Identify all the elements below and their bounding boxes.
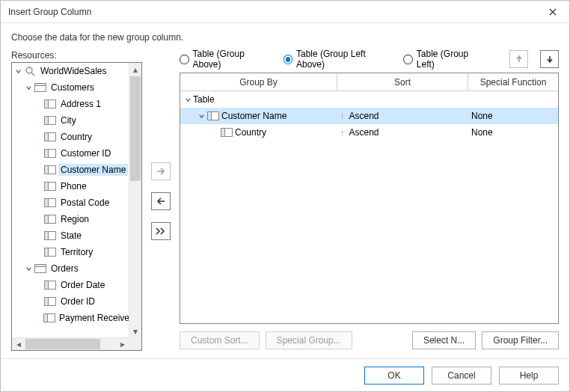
svg-line-1 <box>31 73 34 76</box>
field-icon <box>206 111 220 121</box>
tree-leaf[interactable]: Customer ID <box>12 145 129 162</box>
cell-function[interactable]: None <box>468 124 558 141</box>
tree-label: Payment Received <box>57 312 129 324</box>
scroll-left-icon[interactable]: ◂ <box>12 338 25 350</box>
cell-function[interactable] <box>468 91 558 108</box>
tree-label: State <box>58 230 84 242</box>
vertical-scrollbar[interactable]: ▴ ▾ <box>129 63 141 337</box>
column-header-sort[interactable]: Sort <box>337 73 468 91</box>
group-label: Customer Name <box>221 111 286 121</box>
group-filter-button[interactable]: Group Filter... <box>482 331 559 349</box>
horizontal-scrollbar[interactable]: ◂ ▸ <box>12 337 129 350</box>
tree-leaf[interactable]: Country <box>12 129 129 145</box>
scroll-up-icon[interactable]: ▴ <box>129 63 141 76</box>
remove-button[interactable] <box>151 192 171 210</box>
svg-rect-5 <box>45 100 49 108</box>
cell-sort[interactable] <box>337 91 468 108</box>
svg-rect-35 <box>221 129 225 137</box>
field-icon <box>43 280 57 290</box>
scroll-corner <box>129 337 141 350</box>
select-n-button[interactable]: Select N... <box>412 331 476 349</box>
grid-row[interactable]: Table <box>180 91 558 108</box>
field-icon <box>43 296 57 307</box>
scroll-thumb[interactable] <box>25 339 100 349</box>
tree-leaf[interactable]: State <box>12 227 129 244</box>
radio-group-above[interactable]: Table (Group Above) <box>180 50 272 70</box>
group-grid[interactable]: Group By Sort Special Function TableCust… <box>180 73 559 324</box>
chevron-down-icon[interactable] <box>13 67 22 76</box>
tree-leaf[interactable]: Payment Received <box>12 310 129 326</box>
sort-asc-icon: ↑ <box>340 128 345 137</box>
field-icon <box>43 313 55 323</box>
close-button[interactable] <box>538 1 568 22</box>
tree-leaf[interactable]: Order ID <box>12 293 129 310</box>
tree-node-root[interactable]: WorldWideSales <box>12 63 129 79</box>
chevron-down-icon[interactable] <box>197 111 206 120</box>
tree-label: Customer Name <box>58 164 128 176</box>
cell-sort[interactable]: ↑Ascend <box>337 108 468 124</box>
ok-button[interactable]: OK <box>364 367 424 385</box>
tree-label: WorldWideSales <box>38 65 108 77</box>
chevron-down-icon[interactable] <box>24 83 33 92</box>
cancel-button[interactable]: Cancel <box>432 367 491 385</box>
move-up-button[interactable] <box>509 50 528 68</box>
tree-leaf[interactable]: City <box>12 112 129 129</box>
cell-group-by[interactable]: Country <box>180 124 337 141</box>
chevron-down-icon[interactable] <box>183 95 192 104</box>
resources-tree[interactable]: WorldWideSales Customers Address 1CityCo… <box>11 62 142 351</box>
field-icon <box>43 115 57 126</box>
radio-group-left[interactable]: Table (Group Left) <box>403 50 485 70</box>
table-icon <box>34 263 47 274</box>
tree-node-customers[interactable]: Customers <box>12 79 129 96</box>
tree-leaf[interactable]: Phone <box>12 178 129 195</box>
svg-rect-33 <box>208 112 212 120</box>
special-group-button[interactable]: Special Group... <box>266 331 352 349</box>
field-icon <box>43 197 57 208</box>
svg-rect-17 <box>45 199 49 207</box>
close-icon <box>549 8 557 16</box>
svg-rect-13 <box>45 166 49 174</box>
arrow-right-icon <box>156 167 166 176</box>
field-icon <box>43 247 57 257</box>
grid-row[interactable]: Country↑AscendNone <box>180 124 558 141</box>
chevron-down-icon[interactable] <box>24 264 33 273</box>
add-button[interactable] <box>151 162 171 180</box>
tree-leaf[interactable]: Customer Name <box>12 162 129 178</box>
cell-group-by[interactable]: Table <box>180 91 337 108</box>
custom-sort-button[interactable]: Custom Sort... <box>180 331 260 349</box>
move-down-button[interactable] <box>540 50 559 68</box>
tree-leaf[interactable]: Address 1 <box>12 96 129 112</box>
resources-label: Resources: <box>11 50 142 61</box>
radio-group-left-above[interactable]: Table (Group Left Above) <box>284 50 392 70</box>
column-header-group-by[interactable]: Group By <box>180 73 337 91</box>
scroll-right-icon[interactable]: ▸ <box>116 338 129 350</box>
svg-rect-29 <box>45 298 49 306</box>
field-icon <box>43 132 57 142</box>
tree-leaf[interactable]: Region <box>12 211 129 227</box>
svg-rect-7 <box>45 117 49 125</box>
cell-function[interactable]: None <box>468 108 558 124</box>
tree-leaf[interactable]: Territory <box>12 244 129 260</box>
radio-icon <box>284 55 293 64</box>
tree-label: Orders <box>49 263 81 275</box>
tree-leaf[interactable]: Postal Code <box>12 195 129 211</box>
scroll-down-icon[interactable]: ▾ <box>129 325 141 337</box>
radio-icon <box>403 55 412 64</box>
cell-sort[interactable]: ↑Ascend <box>337 124 468 141</box>
grid-row[interactable]: Customer Name↑AscendNone <box>180 108 558 124</box>
svg-point-0 <box>26 67 32 73</box>
caret-spacer <box>210 128 219 137</box>
tree-leaf[interactable]: Order Date <box>12 277 129 293</box>
tree-label: Address 1 <box>58 98 103 110</box>
cell-group-by[interactable]: Customer Name <box>180 108 337 124</box>
add-all-button[interactable] <box>151 222 171 240</box>
group-label: Table <box>193 94 215 105</box>
scroll-thumb[interactable] <box>130 76 141 181</box>
tree-node-orders[interactable]: Orders <box>12 260 129 277</box>
help-button[interactable]: Help <box>499 367 559 385</box>
column-header-function[interactable]: Special Function <box>468 73 558 91</box>
tree-label: Customers <box>49 82 96 94</box>
sort-value: Ascend <box>349 127 379 138</box>
svg-rect-21 <box>45 232 49 240</box>
window-title: Insert Group Column <box>8 7 538 17</box>
